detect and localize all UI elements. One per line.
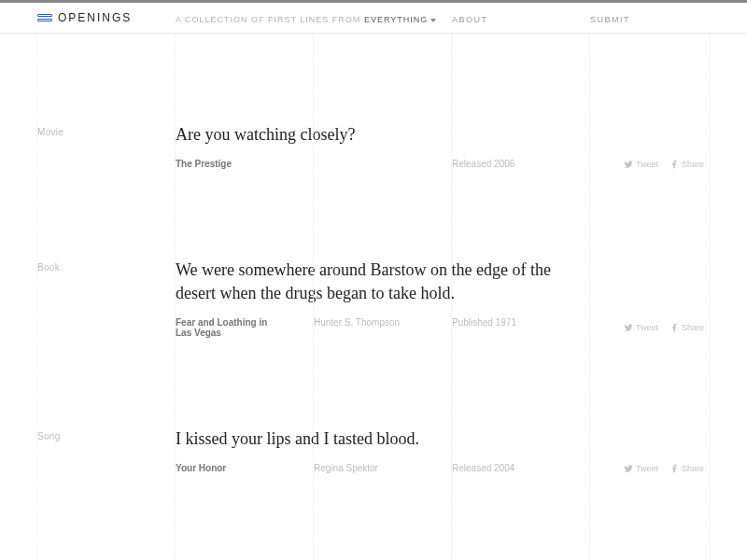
entry: Poem One: The first time I learned I lik… <box>0 473 747 560</box>
logo-mark-icon <box>37 12 52 23</box>
entry-author: Regina Spektor <box>314 463 452 473</box>
twitter-icon <box>624 160 633 169</box>
entry: Song I kissed your lips and I tasted blo… <box>0 338 747 473</box>
entry-category: Song <box>37 427 176 441</box>
twitter-icon <box>624 464 633 473</box>
facebook-icon <box>669 464 679 473</box>
facebook-icon <box>669 323 679 332</box>
tagline-prefix: A COLLECTION OF FIRST LINES FROM <box>176 15 364 24</box>
share-label: Share <box>682 323 704 332</box>
logo-text: OPENINGS <box>58 11 132 24</box>
facebook-icon <box>669 160 679 169</box>
chevron-down-icon <box>430 19 436 22</box>
tweet-label: Tweet <box>636 464 658 473</box>
entry-pub: Released 2004 <box>452 463 590 473</box>
opening-line: I kissed your lips and I tasted blood. <box>176 427 577 450</box>
share-button[interactable]: Share <box>669 317 704 338</box>
filter-label: EVERYTHING <box>364 15 428 24</box>
entry-pub: Published 1971 <box>452 317 590 328</box>
twitter-icon <box>624 323 633 332</box>
tagline: A COLLECTION OF FIRST LINES FROM EVERYTH… <box>176 15 436 24</box>
tweet-button[interactable]: Tweet <box>624 159 658 169</box>
entry: Movie Are you watching closely? The Pres… <box>0 34 747 169</box>
opening-line: We were somewhere around Barstow on the … <box>176 259 577 304</box>
entry-title: Fear and Loathing in Las Vegas <box>176 317 278 338</box>
submit-link[interactable]: SUBMIT <box>590 15 630 24</box>
tweet-label: Tweet <box>636 323 658 332</box>
entry-category: Book <box>37 259 176 273</box>
tweet-button[interactable]: Tweet <box>624 317 658 338</box>
entry-author: Hunter S. Thompson <box>314 317 452 328</box>
entry-pub: Released 2006 <box>452 159 590 169</box>
share-label: Share <box>682 160 704 169</box>
header: OPENINGS A COLLECTION OF FIRST LINES FRO… <box>0 3 747 34</box>
logo[interactable]: OPENINGS <box>37 11 176 24</box>
opening-line: Are you watching closely? <box>176 123 577 146</box>
share-button[interactable]: Share <box>669 463 704 473</box>
tweet-button[interactable]: Tweet <box>624 463 658 473</box>
filter-dropdown[interactable]: EVERYTHING <box>364 15 436 24</box>
tweet-label: Tweet <box>636 160 658 169</box>
entry-title: Your Honor <box>176 463 278 473</box>
share-button[interactable]: Share <box>669 159 704 169</box>
entry: Book We were somewhere around Barstow on… <box>0 169 747 338</box>
content: Movie Are you watching closely? The Pres… <box>0 34 747 560</box>
entry-category: Movie <box>37 123 176 137</box>
about-link[interactable]: ABOUT <box>452 15 488 24</box>
share-label: Share <box>682 464 704 473</box>
entry-title: The Prestige <box>176 159 278 169</box>
